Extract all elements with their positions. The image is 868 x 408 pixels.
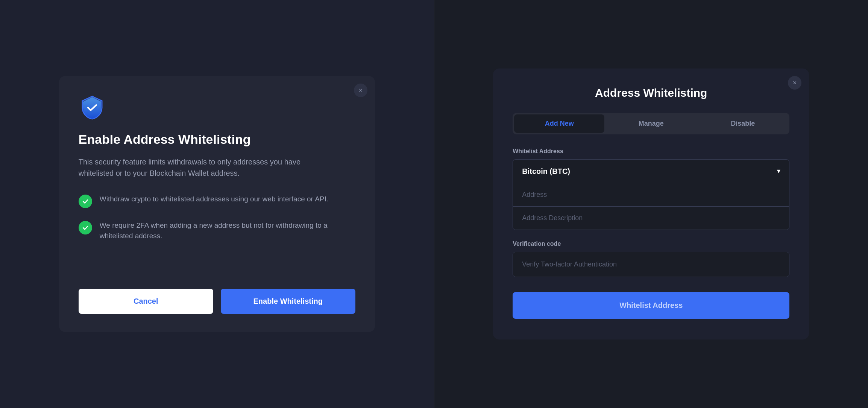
tab-disable[interactable]: Disable (698, 114, 788, 133)
verify-input-wrapper (513, 252, 789, 277)
feature-text-2: We require 2FA when adding a new address… (100, 220, 355, 242)
features-list: Withdraw crypto to whitelisted addresses… (79, 194, 355, 271)
right-panel: × Address Whitelisting Add New Manage Di… (434, 0, 868, 408)
address-description-input[interactable] (513, 206, 789, 230)
whitelist-address-button[interactable]: Whitelist Address (513, 292, 789, 319)
feature-item-1: Withdraw crypto to whitelisted addresses… (79, 194, 355, 208)
tab-add-new[interactable]: Add New (514, 114, 604, 133)
cancel-button[interactable]: Cancel (79, 289, 213, 314)
enable-whitelisting-button[interactable]: Enable Whitelisting (221, 289, 355, 314)
close-button-left[interactable]: × (354, 84, 367, 97)
close-button-right[interactable]: × (788, 76, 801, 90)
address-whitelisting-modal: × Address Whitelisting Add New Manage Di… (493, 69, 809, 339)
shield-icon (79, 94, 106, 121)
address-input[interactable] (513, 183, 789, 206)
feature-item-2: We require 2FA when adding a new address… (79, 220, 355, 242)
feature-text-1: Withdraw crypto to whitelisted addresses… (100, 194, 328, 205)
crypto-select[interactable]: Bitcoin (BTC) Ethereum (ETH) Litecoin (L… (513, 160, 789, 183)
modal-title-left: Enable Address Whitelisting (79, 132, 355, 147)
verify-2fa-input[interactable] (513, 252, 789, 277)
tabs-container: Add New Manage Disable (513, 113, 789, 134)
crypto-select-row: Bitcoin (BTC) Ethereum (ETH) Litecoin (L… (513, 160, 789, 183)
close-icon-right: × (793, 79, 797, 86)
modal-actions: Cancel Enable Whitelisting (79, 289, 355, 314)
verification-code-label: Verification code (513, 241, 789, 247)
verification-section: Verification code (513, 241, 789, 277)
whitelist-address-label: Whitelist Address (513, 148, 789, 155)
close-icon: × (358, 87, 363, 94)
modal-title-right: Address Whitelisting (513, 87, 789, 99)
tab-manage[interactable]: Manage (606, 114, 696, 133)
check-circle-2 (79, 221, 92, 234)
check-circle-1 (79, 195, 92, 208)
left-panel: × Enable Address Whitelisting This secur… (0, 0, 434, 408)
modal-description: This security feature limits withdrawals… (79, 156, 334, 179)
enable-whitelisting-modal: × Enable Address Whitelisting This secur… (59, 76, 375, 332)
address-input-group: Bitcoin (BTC) Ethereum (ETH) Litecoin (L… (513, 159, 789, 230)
